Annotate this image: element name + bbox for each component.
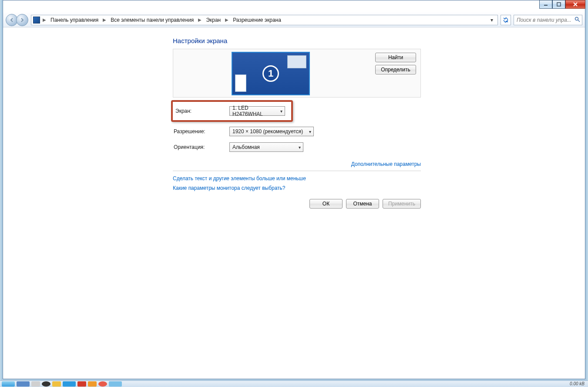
advanced-link-row: Дополнительные параметры — [173, 155, 421, 171]
taskbar-item[interactable] — [109, 381, 122, 387]
taskbar-item[interactable] — [52, 381, 61, 387]
start-button[interactable] — [2, 381, 15, 387]
resolution-value: 1920 × 1080 (рекомендуется) — [232, 128, 303, 135]
cancel-button[interactable]: Отмена — [346, 199, 379, 209]
navigation-bar: ▶ Панель управления ▶ Все элементы панел… — [3, 13, 585, 27]
find-button[interactable]: Найти — [375, 53, 416, 62]
taskbar-item[interactable] — [77, 381, 86, 387]
taskbar-item[interactable] — [31, 381, 40, 387]
identify-button[interactable]: Определить — [375, 65, 416, 74]
window-controls — [539, 0, 585, 9]
resolution-dropdown[interactable]: 1920 × 1080 (рекомендуется) — [229, 127, 314, 136]
search-icon[interactable] — [575, 17, 580, 24]
breadcrumb-item[interactable]: Панель управления — [49, 16, 100, 24]
window-frame: ▶ Панель управления ▶ Все элементы панел… — [3, 0, 585, 379]
breadcrumb-separator: ▶ — [223, 17, 230, 22]
arrow-right-icon — [20, 17, 25, 23]
breadcrumb-item[interactable]: Все элементы панели управления — [109, 16, 195, 24]
resolution-label: Разрешение: — [173, 128, 229, 135]
arrow-left-icon — [9, 17, 14, 23]
preview-buttons: Найти Определить — [375, 53, 416, 74]
preview-window-icon — [235, 74, 246, 92]
ok-button[interactable]: ОК — [309, 199, 343, 209]
settings-form: Экран: 1. LED H2476WHAL Разрешение: 1920… — [173, 100, 421, 155]
svg-point-3 — [575, 17, 578, 20]
monitor-help-link[interactable]: Какие параметры монитора следует выбрать… — [173, 185, 585, 191]
apply-button[interactable]: Применить — [383, 199, 421, 209]
screen-label: Экран: — [173, 108, 229, 114]
breadcrumb[interactable]: ▶ Панель управления ▶ Все элементы панел… — [31, 15, 498, 25]
preview-window-icon — [287, 55, 306, 68]
refresh-button[interactable] — [501, 15, 511, 25]
nav-history — [6, 14, 28, 26]
orientation-label: Ориентация: — [173, 144, 229, 150]
control-panel-icon — [33, 17, 40, 24]
orientation-dropdown[interactable]: Альбомная — [229, 142, 303, 152]
breadcrumb-item[interactable]: Экран — [204, 16, 222, 24]
search-box[interactable] — [514, 15, 582, 25]
svg-rect-1 — [557, 3, 561, 6]
search-input[interactable] — [516, 17, 575, 24]
svg-rect-0 — [544, 5, 548, 6]
help-links: Сделать текст и другие элементы больше и… — [173, 175, 585, 191]
display-preview-box: 1 Найти Определить — [173, 49, 421, 98]
advanced-settings-link[interactable]: Дополнительные параметры — [351, 161, 421, 167]
orientation-value: Альбомная — [232, 144, 260, 150]
page-title: Настройки экрана — [173, 37, 585, 44]
screen-row-highlighted: Экран: 1. LED H2476WHAL — [171, 100, 293, 122]
close-button[interactable] — [565, 0, 585, 9]
breadcrumb-separator: ▶ — [101, 17, 108, 22]
orientation-row: Ориентация: Альбомная — [173, 139, 421, 155]
network-status: 0.00 kB — [570, 381, 585, 386]
taskbar-item[interactable] — [88, 381, 97, 387]
breadcrumb-dropdown[interactable]: ▾ — [488, 17, 496, 23]
svg-line-4 — [578, 20, 580, 22]
maximize-button[interactable] — [552, 0, 565, 9]
taskbar-item[interactable] — [98, 381, 107, 387]
minimize-button[interactable] — [539, 0, 552, 9]
taskbar-item[interactable] — [42, 381, 50, 387]
taskbar-item[interactable] — [17, 381, 30, 387]
forward-button[interactable] — [16, 14, 28, 26]
breadcrumb-separator: ▶ — [196, 17, 203, 22]
breadcrumb-item[interactable]: Разрешение экрана — [231, 16, 283, 24]
text-size-link[interactable]: Сделать текст и другие элементы больше и… — [173, 175, 585, 182]
breadcrumb-separator: ▶ — [41, 17, 48, 22]
resolution-row: Разрешение: 1920 × 1080 (рекомендуется) — [173, 124, 421, 139]
monitor-number-badge: 1 — [262, 65, 279, 82]
dialog-buttons: ОК Отмена Применить — [173, 199, 421, 209]
taskbar[interactable] — [0, 380, 588, 387]
screen-value: 1. LED H2476WHAL — [232, 105, 277, 117]
screen-dropdown[interactable]: 1. LED H2476WHAL — [229, 106, 285, 116]
monitor-preview[interactable]: 1 — [232, 52, 310, 95]
refresh-icon — [503, 17, 509, 23]
taskbar-item[interactable] — [63, 381, 76, 387]
content-area: Настройки экрана 1 Найти Определить Экра… — [3, 27, 585, 379]
divider — [173, 171, 421, 171]
